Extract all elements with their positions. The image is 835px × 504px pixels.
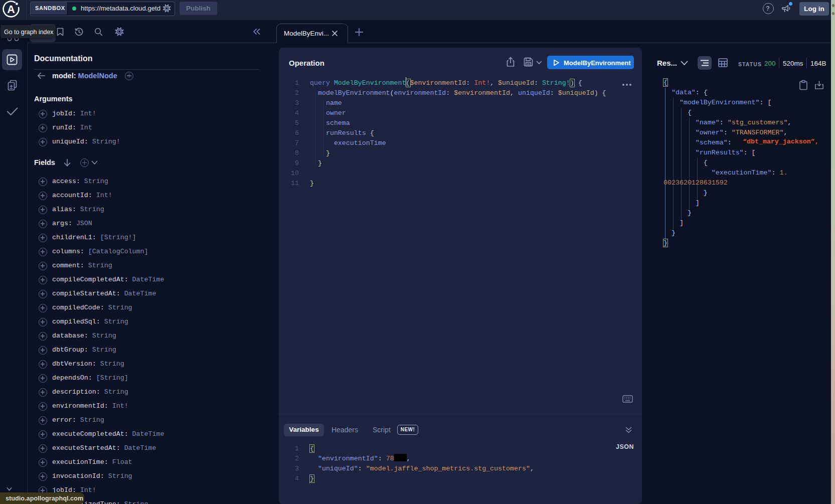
- svg-text:A: A: [7, 4, 15, 16]
